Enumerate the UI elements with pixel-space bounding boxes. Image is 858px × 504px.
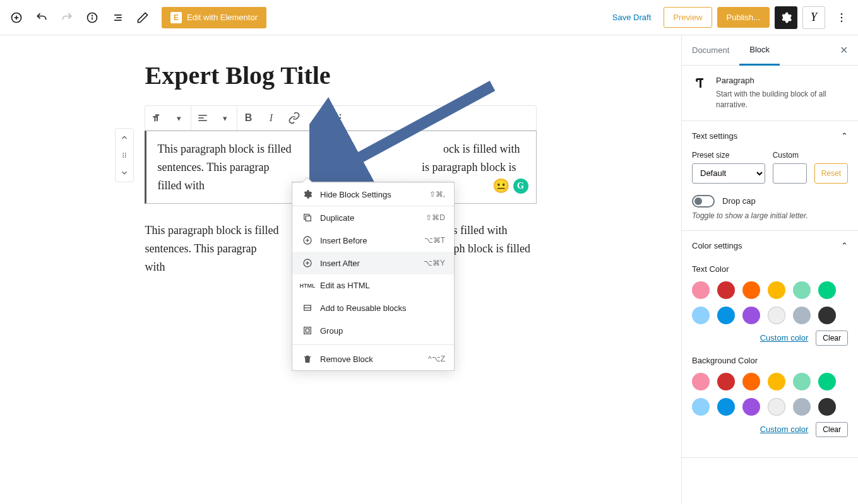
elementor-label: Edit with Elementor bbox=[187, 13, 258, 22]
color-swatch[interactable] bbox=[692, 373, 710, 390]
menu-label: Duplicate bbox=[320, 213, 419, 223]
menu-shortcut: ⇧⌘D bbox=[426, 213, 445, 222]
italic-button[interactable]: I bbox=[260, 106, 283, 130]
reset-size-button[interactable]: Reset bbox=[814, 163, 848, 184]
redo-button[interactable] bbox=[56, 6, 78, 29]
svg-point-21 bbox=[339, 114, 341, 116]
save-draft-button[interactable]: Save Draft bbox=[605, 8, 658, 27]
color-swatch[interactable] bbox=[742, 398, 760, 416]
svg-point-13 bbox=[124, 153, 126, 154]
color-swatch[interactable] bbox=[717, 281, 735, 299]
yoast-button[interactable]: Y bbox=[802, 6, 825, 29]
add-block-button[interactable] bbox=[5, 6, 28, 29]
grammarly-icon[interactable]: G bbox=[513, 179, 528, 194]
color-swatch[interactable] bbox=[768, 398, 785, 416]
svg-point-10 bbox=[841, 16, 843, 18]
svg-point-15 bbox=[124, 155, 126, 156]
undo-button[interactable] bbox=[30, 6, 53, 29]
insert-before-icon bbox=[301, 235, 314, 245]
color-swatch[interactable] bbox=[818, 398, 836, 416]
editor-canvas: Expert Blog Title ▾ bbox=[0, 35, 681, 504]
custom-size-input[interactable] bbox=[773, 163, 807, 184]
menu-insert-before[interactable]: Insert Before ⌥⌘T bbox=[292, 229, 454, 252]
menu-reusable[interactable]: Add to Reusable blocks bbox=[292, 296, 454, 319]
preview-button[interactable]: Preview bbox=[664, 7, 712, 28]
close-sidebar-button[interactable]: ✕ bbox=[830, 35, 858, 65]
align-button[interactable] bbox=[191, 106, 214, 130]
format-dropdown[interactable]: ▾ bbox=[306, 106, 328, 130]
menu-label: Add to Reusable blocks bbox=[320, 303, 445, 313]
settings-toggle-button[interactable] bbox=[775, 6, 797, 29]
color-swatch[interactable] bbox=[793, 398, 811, 416]
color-swatch[interactable] bbox=[742, 281, 760, 299]
menu-remove[interactable]: Remove Block ^⌥Z bbox=[292, 348, 454, 370]
duplicate-icon bbox=[301, 213, 314, 223]
clear-bg-color[interactable]: Clear bbox=[816, 422, 848, 437]
paragraph-icon bbox=[692, 76, 707, 91]
color-swatch[interactable] bbox=[818, 307, 836, 324]
svg-point-14 bbox=[122, 155, 124, 156]
block-type-button[interactable] bbox=[145, 106, 168, 130]
svg-point-16 bbox=[122, 156, 124, 158]
svg-point-5 bbox=[92, 15, 93, 16]
color-swatch[interactable] bbox=[692, 307, 710, 324]
drag-handle[interactable] bbox=[116, 146, 133, 164]
menu-hide-settings[interactable]: Hide Block Settings ⇧⌘, bbox=[292, 182, 454, 206]
info-button[interactable] bbox=[81, 6, 104, 29]
color-swatch[interactable] bbox=[717, 307, 735, 324]
color-swatch[interactable] bbox=[717, 398, 735, 416]
clear-text-color[interactable]: Clear bbox=[816, 331, 848, 346]
custom-text-color[interactable]: Custom color bbox=[760, 333, 809, 343]
text-settings-header[interactable]: Text settings ⌃ bbox=[682, 121, 858, 151]
post-title[interactable]: Expert Blog Title bbox=[145, 61, 537, 90]
color-swatch[interactable] bbox=[768, 373, 785, 390]
elementor-button[interactable]: EEdit with Elementor bbox=[162, 7, 266, 28]
tab-block[interactable]: Block bbox=[739, 35, 780, 66]
menu-label: Insert Before bbox=[320, 236, 418, 245]
tab-document[interactable]: Document bbox=[682, 35, 739, 65]
publish-button[interactable]: Publish... bbox=[717, 7, 770, 28]
move-up-button[interactable] bbox=[116, 129, 133, 146]
block-more-button[interactable] bbox=[329, 106, 352, 130]
color-swatch[interactable] bbox=[717, 373, 735, 390]
color-swatch[interactable] bbox=[818, 373, 836, 390]
text-color-label: Text Color bbox=[692, 264, 848, 274]
settings-sidebar: Document Block ✕ Paragraph Start with th… bbox=[681, 35, 858, 504]
color-swatch[interactable] bbox=[793, 373, 811, 390]
svg-point-23 bbox=[339, 120, 341, 122]
color-swatch[interactable] bbox=[768, 281, 785, 299]
block-type-dropdown[interactable]: ▾ bbox=[168, 106, 191, 130]
menu-insert-after[interactable]: Insert After ⌥⌘Y bbox=[292, 252, 454, 274]
more-menu-button[interactable] bbox=[830, 6, 853, 29]
menu-edit-html[interactable]: HTML Edit as HTML bbox=[292, 274, 454, 296]
insert-after-icon bbox=[301, 258, 314, 268]
edit-mode-button[interactable] bbox=[131, 6, 154, 29]
dropcap-toggle[interactable] bbox=[692, 195, 715, 208]
menu-duplicate[interactable]: Duplicate ⇧⌘D bbox=[292, 206, 454, 229]
link-button[interactable] bbox=[283, 106, 306, 130]
panel-title: Color settings bbox=[692, 241, 742, 250]
color-swatch[interactable] bbox=[793, 307, 811, 324]
color-swatch[interactable] bbox=[742, 307, 760, 324]
menu-shortcut: ⌥⌘Y bbox=[424, 259, 445, 267]
preset-size-select[interactable]: Default bbox=[692, 163, 765, 184]
align-dropdown[interactable]: ▾ bbox=[214, 106, 237, 130]
move-down-button[interactable] bbox=[116, 164, 133, 182]
custom-bg-color[interactable]: Custom color bbox=[760, 425, 809, 434]
color-settings-header[interactable]: Color settings ⌃ bbox=[682, 231, 858, 261]
color-swatch[interactable] bbox=[768, 307, 785, 324]
color-swatch[interactable] bbox=[692, 281, 710, 299]
menu-shortcut: ^⌥Z bbox=[428, 355, 445, 363]
block-name: Paragraph bbox=[716, 76, 848, 85]
color-swatch[interactable] bbox=[818, 281, 836, 299]
block-toolbar: ▾ ▾ B I ▾ bbox=[145, 105, 537, 131]
color-swatch[interactable] bbox=[742, 373, 760, 390]
menu-group[interactable]: Group bbox=[292, 319, 454, 342]
outline-button[interactable] bbox=[106, 6, 129, 29]
color-swatch[interactable] bbox=[692, 398, 710, 416]
bg-color-swatches bbox=[692, 373, 848, 416]
menu-divider bbox=[292, 344, 454, 345]
bold-button[interactable]: B bbox=[237, 106, 260, 130]
color-swatch[interactable] bbox=[793, 281, 811, 299]
text-settings-panel: Text settings ⌃ Preset size Default Cust… bbox=[682, 121, 858, 231]
